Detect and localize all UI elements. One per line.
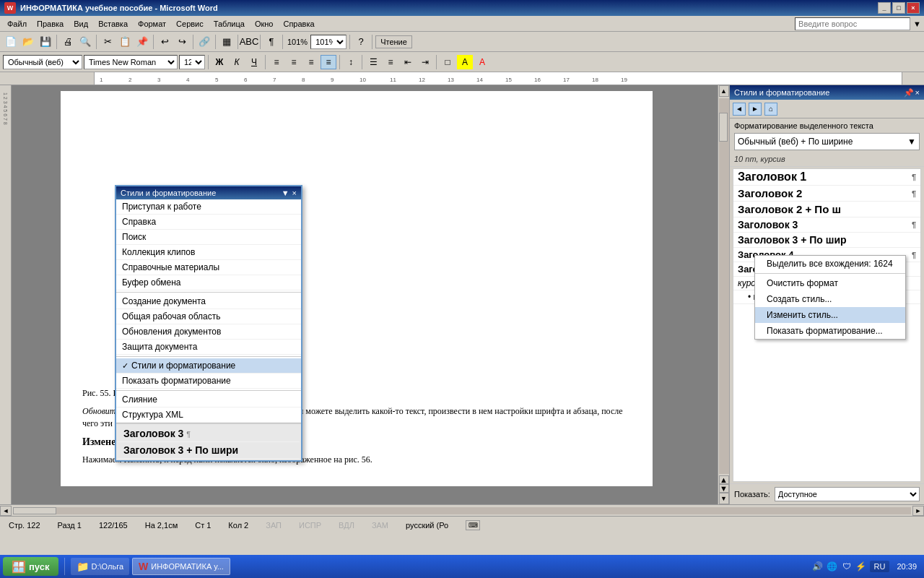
- font-color-button[interactable]: A: [474, 55, 490, 69]
- undo-button[interactable]: ↩: [157, 34, 173, 50]
- highlight-button[interactable]: A: [457, 55, 473, 69]
- scroll-up-button[interactable]: ▲: [719, 85, 729, 97]
- para-marks-button[interactable]: ¶: [263, 34, 279, 50]
- taskbar-lang[interactable]: RU: [870, 561, 890, 572]
- menu-insert[interactable]: Вставка: [94, 18, 132, 30]
- font-dropdown[interactable]: Times New Roman: [84, 55, 178, 69]
- sfloat-menu-item-8[interactable]: Обновления документов: [116, 324, 301, 340]
- sfloat-heading3wide-item[interactable]: Заголовок 3 + По шири: [118, 442, 300, 459]
- decrease-indent-button[interactable]: ⇤: [400, 55, 416, 69]
- paste-button[interactable]: 📌: [134, 34, 150, 50]
- panel-pin-icon[interactable]: 📌: [904, 88, 914, 98]
- menu-edit[interactable]: Правка: [32, 18, 68, 30]
- styles-float-dropdown-icon[interactable]: ▼: [282, 189, 289, 197]
- style-item-heading2wide[interactable]: Заголовок 2 + По ш: [733, 202, 920, 217]
- document-area[interactable]: Стили и форматирование ▼ × Приступая к р…: [12, 85, 729, 504]
- font-size-dropdown[interactable]: 12: [179, 55, 205, 69]
- redo-button[interactable]: ↪: [174, 34, 190, 50]
- start-button[interactable]: 🪟 пуск: [3, 557, 58, 576]
- scroll-right-button[interactable]: ►: [912, 506, 924, 516]
- menu-tools[interactable]: Сервис: [172, 18, 208, 30]
- spell-check-button[interactable]: ABC: [241, 34, 257, 50]
- table-button[interactable]: ▦: [219, 34, 235, 50]
- sfloat-menu-item-6[interactable]: Создание документа: [116, 294, 301, 309]
- italic-button[interactable]: К: [229, 55, 245, 69]
- styles-float-close-icon[interactable]: ×: [292, 189, 297, 197]
- borders-button[interactable]: □: [440, 55, 456, 69]
- style-item-heading2[interactable]: Заголовок 2 ¶: [733, 186, 920, 202]
- underline-button[interactable]: Ч: [246, 55, 262, 69]
- style-item-heading3[interactable]: Заголовок 3 ¶: [733, 217, 920, 233]
- style-dropdown[interactable]: Обычный (веб): [3, 55, 82, 69]
- minimize-button[interactable]: _: [878, 2, 891, 14]
- panel-close-icon[interactable]: ×: [915, 88, 920, 98]
- ctx-select-all[interactable]: Выделить все вхождения: 1624: [755, 256, 905, 272]
- bullets-button[interactable]: ☰: [365, 55, 381, 69]
- scroll-down-button[interactable]: ▼: [719, 493, 729, 504]
- styles-float-controls[interactable]: ▼ ×: [282, 189, 297, 197]
- scroll-left-button[interactable]: ◄: [0, 506, 12, 516]
- scroll-track[interactable]: [719, 98, 729, 474]
- copy-button[interactable]: 📋: [117, 34, 133, 50]
- search-dropdown-icon[interactable]: ▼: [913, 20, 921, 28]
- line-spacing-button[interactable]: ↕: [343, 55, 359, 69]
- scroll-thumb[interactable]: [719, 113, 728, 142]
- menu-view[interactable]: Вид: [69, 18, 92, 30]
- lang-settings-button[interactable]: ⌨: [466, 520, 480, 530]
- print-preview-button[interactable]: 🔍: [77, 34, 93, 50]
- sfloat-menu-item-2[interactable]: Поиск: [116, 230, 301, 245]
- zoom-dropdown[interactable]: 101%: [310, 35, 346, 49]
- increase-indent-button[interactable]: ⇥: [417, 55, 433, 69]
- styles-float-title-bar[interactable]: Стили и форматирование ▼ ×: [116, 186, 301, 199]
- new-doc-button[interactable]: 📄: [3, 34, 19, 50]
- sfloat-menu-item-10[interactable]: ✓ Стили и форматирование: [116, 358, 301, 374]
- ctx-show-format[interactable]: Показать форматирование...: [755, 323, 905, 339]
- sfloat-menu-item-1[interactable]: Справка: [116, 215, 301, 230]
- taskbar-item-word[interactable]: W ИНФОРМАТИКА у...: [132, 558, 230, 575]
- sfloat-menu-item-4[interactable]: Справочные материалы: [116, 260, 301, 275]
- h-scroll-track[interactable]: [13, 507, 911, 514]
- align-justify-button[interactable]: ≡: [321, 55, 336, 69]
- doc-scrollbar[interactable]: ▲ ▲ ▼ ▼: [718, 85, 729, 504]
- panel-forward-button[interactable]: ►: [749, 103, 762, 116]
- sfloat-menu-item-12[interactable]: Слияние: [116, 392, 301, 407]
- ctx-clear-format[interactable]: Очистить формат: [755, 275, 905, 291]
- menu-table[interactable]: Таблица: [209, 18, 249, 30]
- taskbar-item-explorer[interactable]: 📁 D:\Ольга: [71, 558, 130, 575]
- sfloat-menu-item-11[interactable]: Показать форматирование: [116, 374, 301, 389]
- cut-button[interactable]: ✂: [100, 34, 116, 50]
- bold-button[interactable]: Ж: [212, 55, 227, 69]
- print-button[interactable]: 🖨: [60, 34, 76, 50]
- sfloat-menu-item-9[interactable]: Защита документа: [116, 340, 301, 355]
- h-scroll-thumb[interactable]: [13, 507, 56, 514]
- sfloat-menu-item-13[interactable]: Структура XML: [116, 407, 301, 423]
- menu-file[interactable]: Файл: [3, 18, 31, 30]
- align-right-button[interactable]: ≡: [303, 55, 319, 69]
- open-button[interactable]: 📂: [20, 34, 36, 50]
- show-dropdown[interactable]: Доступное: [775, 487, 920, 501]
- save-button[interactable]: 💾: [38, 34, 53, 50]
- style-item-heading1[interactable]: Заголовок 1 ¶: [733, 169, 920, 186]
- numbering-button[interactable]: ≡: [383, 55, 398, 69]
- align-left-button[interactable]: ≡: [269, 55, 284, 69]
- sfloat-menu-item-3[interactable]: Коллекция клипов: [116, 245, 301, 260]
- panel-title-bar[interactable]: Стили и форматирование 📌 ×: [730, 85, 924, 100]
- close-button[interactable]: ×: [907, 2, 920, 14]
- sfloat-menu-item-7[interactable]: Общая рабочая область: [116, 309, 301, 324]
- ctx-create-style[interactable]: Создать стиль...: [755, 291, 905, 307]
- horizontal-scrollbar[interactable]: ◄ ►: [0, 504, 924, 516]
- sfloat-heading3-item[interactable]: Заголовок 3 ¶: [118, 426, 300, 442]
- panel-style-dropdown-arrow[interactable]: ▼: [907, 137, 916, 147]
- align-center-button[interactable]: ≡: [286, 55, 302, 69]
- panel-home-button[interactable]: ⌂: [764, 103, 777, 116]
- reading-mode-button[interactable]: Чтение: [375, 35, 412, 48]
- panel-style-dropdown[interactable]: Обычный (веб) + По ширине ▼: [734, 133, 920, 150]
- menu-window[interactable]: Окно: [250, 18, 278, 30]
- help-search-input[interactable]: [795, 17, 910, 30]
- sfloat-menu-item-5[interactable]: Буфер обмена: [116, 275, 301, 290]
- scroll-small-down[interactable]: ▼: [719, 484, 729, 493]
- menu-help[interactable]: Справка: [279, 18, 318, 30]
- hyperlink-button[interactable]: 🔗: [196, 34, 212, 50]
- help-button[interactable]: ?: [353, 34, 369, 50]
- panel-back-button[interactable]: ◄: [733, 103, 746, 116]
